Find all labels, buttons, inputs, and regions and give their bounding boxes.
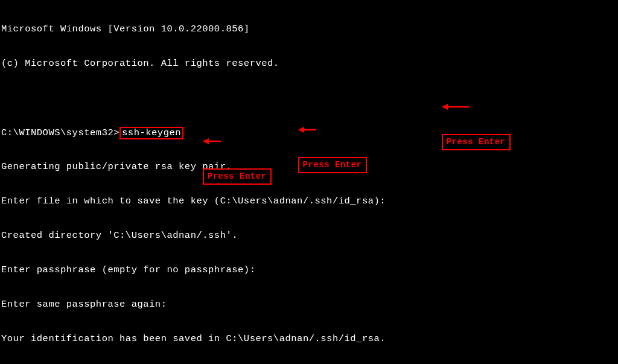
command-ssh-keygen: ssh-keygen <box>119 127 183 139</box>
annotation-press-enter-3: Press Enter <box>181 103 272 196</box>
header-line-1: Microsoft Windows [Version 10.0.22000.85… <box>1 24 617 35</box>
output-enter-passphrase: Enter passphrase (empty for no passphras… <box>1 264 617 276</box>
annotation-label: Press Enter <box>442 134 511 150</box>
arrow-left-icon <box>203 114 235 168</box>
annotation-label: Press Enter <box>203 168 272 185</box>
header-line-2: (c) Microsoft Corporation. All rights re… <box>1 58 617 69</box>
terminal-window[interactable]: Microsoft Windows [Version 10.0.22000.85… <box>0 0 618 364</box>
prompt-path: C:\WINDOWS\system32> <box>1 127 119 138</box>
output-id-saved: Your identification has been saved in C:… <box>1 333 617 345</box>
output-enter-file: Enter file in which to save the key (C:\… <box>1 196 617 207</box>
annotation-press-enter-1: Press Enter <box>420 68 511 162</box>
annotation-press-enter-2: Press Enter <box>276 91 367 185</box>
svg-marker-3 <box>298 127 304 133</box>
arrow-left-icon <box>442 80 474 134</box>
annotation-label: Press Enter <box>298 157 367 173</box>
arrow-left-icon <box>298 103 330 157</box>
svg-marker-5 <box>203 138 209 144</box>
svg-marker-1 <box>442 104 448 110</box>
output-enter-passphrase-again: Enter same passphrase again: <box>1 299 617 310</box>
output-created-dir: Created directory 'C:\Users\adnan/.ssh'. <box>1 230 617 241</box>
